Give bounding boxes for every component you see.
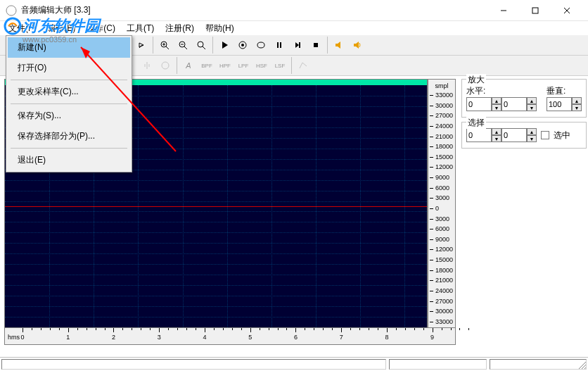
zoom-v-input[interactable] <box>547 97 572 111</box>
step-icon[interactable] <box>289 37 306 54</box>
y-tick-label: 18000 <box>430 266 454 275</box>
svg-rect-21 <box>314 43 318 47</box>
select-from-input[interactable] <box>466 128 492 142</box>
filter-lsf[interactable]: LSF <box>271 57 288 74</box>
envelope-icon[interactable] <box>295 57 312 74</box>
menu-item-open[interactable]: 打开(O) <box>8 58 130 78</box>
y-tick-label: 21000 <box>430 276 454 284</box>
app-icon <box>6 5 17 16</box>
resize-handle-icon[interactable] <box>577 360 587 370</box>
filter-a-icon[interactable]: A <box>180 57 197 74</box>
zoom-h-up[interactable]: ▲ <box>492 97 501 104</box>
y-tick-label: 3000 <box>430 194 454 202</box>
y-tick-label: 24000 <box>430 287 454 295</box>
redo-icon[interactable] <box>133 37 150 54</box>
close-button[interactable] <box>551 1 582 20</box>
zoom-h2-down[interactable]: ▼ <box>527 104 537 111</box>
x-tick-label: 9 <box>430 334 434 341</box>
speaker-right-icon[interactable] <box>349 37 366 54</box>
zoom-v-down[interactable]: ▼ <box>572 104 582 111</box>
file-menu-dropdown: 新建(N) 打开(O) 更改采样率(C)... 保存为(S)... 保存选择部分… <box>6 35 132 172</box>
svg-point-17 <box>241 44 244 46</box>
zoom-fit-icon[interactable] <box>193 37 210 54</box>
effect3-icon[interactable] <box>157 57 174 74</box>
svg-point-31 <box>162 62 169 69</box>
x-tick-label: 4 <box>203 334 206 341</box>
x-tick-label: 2 <box>112 334 115 341</box>
y-tick-label: 9000 <box>430 173 454 182</box>
filter-lpf[interactable]: LPF <box>235 57 252 74</box>
menu-separator <box>11 148 127 149</box>
zoom-h-input2[interactable] <box>501 97 527 111</box>
select-to-up[interactable]: ▲ <box>527 128 537 135</box>
x-tick-label: 5 <box>248 334 252 341</box>
svg-line-34 <box>584 367 586 369</box>
y-tick-label: 9000 <box>430 235 454 244</box>
menu-file[interactable]: 文件(F) <box>4 21 40 36</box>
y-tick-label: 3000 <box>430 215 454 223</box>
svg-rect-19 <box>280 42 281 48</box>
menu-edit[interactable]: 编辑(E) <box>43 21 79 36</box>
y-tick-label: 30000 <box>430 307 454 315</box>
filter-bpf[interactable]: BPF <box>198 57 215 74</box>
zoom-in-icon[interactable] <box>156 37 173 54</box>
status-cell-2 <box>389 359 486 370</box>
pause-icon[interactable] <box>271 37 288 54</box>
record-icon[interactable] <box>234 37 251 54</box>
select-to-input[interactable] <box>501 128 527 142</box>
y-tick-label: 27000 <box>430 111 454 120</box>
y-axis: smpl 33000300002700024000210001800015000… <box>428 79 456 328</box>
svg-line-12 <box>184 46 187 49</box>
menu-item-saveas[interactable]: 保存为(S)... <box>8 106 130 126</box>
minimize-button[interactable] <box>487 1 519 20</box>
menu-item-save-selection[interactable]: 保存选择部分为(P)... <box>8 126 130 146</box>
select-from-down[interactable]: ▼ <box>492 135 501 142</box>
select-from-up[interactable]: ▲ <box>492 128 501 135</box>
menu-operate[interactable]: 操作(C) <box>82 21 120 36</box>
y-tick-label: 6000 <box>430 225 454 233</box>
x-axis: hms 0123456789 <box>4 328 456 345</box>
svg-rect-18 <box>277 42 279 48</box>
maximize-button[interactable] <box>519 1 551 20</box>
filter-hpf[interactable]: HPF <box>217 57 234 74</box>
zoom-out-icon[interactable] <box>174 37 191 54</box>
y-axis-unit: smpl <box>430 81 454 91</box>
svg-rect-2 <box>532 8 538 13</box>
menu-item-exit[interactable]: 退出(E) <box>8 150 130 170</box>
y-tick-label: 27000 <box>430 297 454 306</box>
zoom-panel: 放大 水平: ▲▼ ▲▼ 垂直: ▲▼ <box>461 79 587 118</box>
menu-separator <box>11 80 127 80</box>
y-tick-label: 15000 <box>430 256 454 264</box>
zoom-v-up[interactable]: ▲ <box>572 97 582 104</box>
y-tick-label: 12000 <box>430 245 454 253</box>
filter-hsf[interactable]: HSF <box>253 57 270 74</box>
zoom-v-label: 垂直: <box>547 86 565 96</box>
y-tick-label: 15000 <box>430 153 454 161</box>
zoom-h2-up[interactable]: ▲ <box>527 97 537 104</box>
menu-register[interactable]: 注册(R) <box>161 21 198 36</box>
effect2-icon[interactable] <box>139 57 155 74</box>
side-panel: 放大 水平: ▲▼ ▲▼ 垂直: ▲▼ <box>456 76 588 345</box>
svg-point-0 <box>6 6 16 15</box>
x-axis-unit: hms <box>5 328 23 344</box>
select-checkbox[interactable] <box>541 131 549 139</box>
svg-line-8 <box>166 46 169 49</box>
menu-help[interactable]: 帮助(H) <box>201 21 238 36</box>
menu-item-resample[interactable]: 更改采样率(C)... <box>8 82 130 102</box>
status-cell-3 <box>490 359 587 370</box>
y-tick-label: 6000 <box>430 184 454 192</box>
loop-icon[interactable] <box>253 37 269 54</box>
y-tick-label: 21000 <box>430 132 454 141</box>
zoom-h-input[interactable] <box>466 97 492 111</box>
menu-item-new[interactable]: 新建(N) <box>8 37 130 58</box>
stop-icon[interactable] <box>307 37 324 54</box>
speaker-left-icon[interactable] <box>331 37 347 54</box>
menu-tools[interactable]: 工具(T) <box>122 21 158 36</box>
zoom-h-down[interactable]: ▼ <box>492 104 501 111</box>
select-checkbox-label: 选中 <box>554 130 570 142</box>
x-tick-label: 0 <box>21 334 25 341</box>
status-bar <box>0 357 588 371</box>
svg-rect-20 <box>299 42 300 48</box>
select-to-down[interactable]: ▼ <box>527 135 537 142</box>
play-icon[interactable] <box>216 37 233 54</box>
